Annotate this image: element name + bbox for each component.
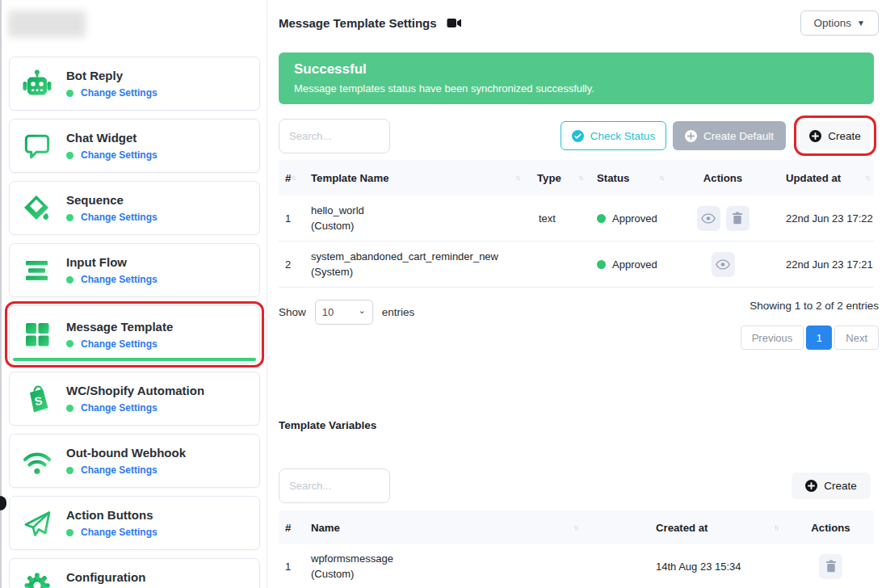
wifi-icon: [21, 445, 53, 477]
app-logo: [8, 10, 86, 37]
sidebar-item-action-buttons[interactable]: Action Buttons Change Settings: [9, 496, 260, 550]
sidebar-item-wc-shopify-automation[interactable]: S WC/Shopify Automation Change Settings: [9, 372, 260, 426]
video-tutorial-icon[interactable]: [447, 18, 462, 28]
alert-message: Message templates status have been synch…: [294, 82, 859, 94]
sidebar-item-title: Message Template: [66, 320, 173, 334]
check-circle-icon: [572, 130, 584, 142]
variable-origin: (Custom): [311, 566, 602, 582]
list-bars-icon: [21, 254, 53, 287]
change-settings-link[interactable]: Change Settings: [81, 274, 157, 285]
options-button-label: Options: [814, 17, 852, 29]
change-settings-link[interactable]: Change Settings: [81, 149, 157, 161]
delete-template-button[interactable]: [726, 206, 750, 231]
create-template-button[interactable]: Create: [800, 121, 871, 150]
sidebar-item-outbound-webhook[interactable]: Out-bound Webhook Change Settings: [9, 434, 260, 488]
create-variable-button[interactable]: Create: [792, 472, 871, 499]
gear-icon: [21, 569, 53, 588]
success-alert: Successful Message templates status have…: [279, 52, 874, 104]
status-badge: Approved: [612, 258, 657, 271]
previous-page-button[interactable]: Previous: [741, 326, 804, 350]
variables-table-header: # Name↑↓ Created at↑↓ Actions: [279, 510, 874, 544]
sort-icon[interactable]: ↑↓: [774, 523, 778, 531]
column-template-name: Template Name: [311, 172, 389, 184]
sort-icon[interactable]: ↑↓: [578, 174, 582, 182]
sort-icon[interactable]: ↑↓: [865, 174, 869, 182]
chat-bubble-icon: [21, 130, 53, 162]
page-1-button[interactable]: 1: [806, 326, 832, 350]
row-number: 1: [279, 212, 304, 225]
view-template-button[interactable]: [712, 252, 735, 277]
change-settings-link[interactable]: Change Settings: [81, 464, 157, 476]
chevron-down-icon: ▼: [857, 19, 865, 27]
table-row: 1 hello_world (Custom) text Approved 22n…: [279, 195, 874, 242]
eye-icon: [716, 259, 730, 270]
sidebar-item-title: Bot Reply: [66, 69, 157, 82]
options-button[interactable]: Options ▼: [800, 10, 879, 36]
sidebar-item-chat-widget[interactable]: Chat Widget Change Settings: [9, 119, 260, 173]
check-status-button[interactable]: Check Status: [561, 121, 666, 150]
showing-entries-text: Showing 1 to 2 of 2 entries: [750, 300, 879, 312]
sidebar-item-sequence[interactable]: Sequence Change Settings: [9, 181, 260, 235]
updated-at: 22nd Jun 23 17:21: [771, 258, 874, 271]
change-settings-link[interactable]: Change Settings: [81, 87, 157, 99]
sidebar-card-list: Bot Reply Change Settings Chat Widget Ch…: [9, 57, 260, 588]
template-variables-title: Template Variables: [279, 419, 376, 431]
sidebar-item-bot-reply[interactable]: Bot Reply Change Settings: [9, 57, 260, 111]
shopify-bag-icon: S: [21, 383, 53, 415]
sidebar-item-configuration[interactable]: Configuration Change Settings: [9, 558, 260, 588]
robot-icon: [21, 68, 53, 100]
sidebar-item-input-flow[interactable]: Input Flow Change Settings: [9, 243, 260, 297]
status-dot: [597, 260, 606, 269]
created-at: 14th Aug 23 15:34: [602, 561, 787, 573]
sort-icon[interactable]: ↑↓: [659, 174, 663, 182]
show-label: Show: [279, 306, 306, 318]
plus-circle-icon: [685, 130, 697, 142]
variable-name: wpformsmessage: [311, 551, 602, 566]
pagination: Previous 1 Next: [741, 326, 879, 350]
column-actions: Actions: [703, 172, 742, 184]
page-size-select[interactable]: 10: [315, 300, 373, 325]
trash-icon: [825, 560, 837, 573]
row-number: 2: [279, 258, 304, 271]
variables-search-input[interactable]: [279, 468, 390, 503]
template-search-input[interactable]: [279, 119, 390, 153]
column-num: #: [285, 172, 291, 184]
entries-label: entries: [382, 306, 415, 318]
sidebar-item-title: WC/Shopify Automation: [66, 384, 204, 397]
paper-plane-icon: [21, 507, 53, 540]
create-label: Create: [828, 130, 861, 142]
table-row: 1 wpformsmessage (Custom) 14th Aug 23 15…: [279, 544, 874, 588]
next-page-button[interactable]: Next: [834, 326, 879, 350]
template-name: system_abandoned_cart_reminder_new: [311, 249, 531, 264]
template-name: hello_world: [311, 203, 531, 218]
change-settings-link[interactable]: Change Settings: [81, 402, 157, 414]
page-title: Message Template Settings: [279, 16, 437, 30]
view-template-button[interactable]: [697, 206, 720, 231]
column-name: Name: [311, 522, 340, 534]
column-actions: Actions: [811, 522, 850, 534]
status-dot: [66, 405, 73, 412]
change-settings-link[interactable]: Change Settings: [81, 527, 157, 538]
trash-icon: [732, 212, 743, 225]
sidebar-item-message-template[interactable]: Message Template Change Settings: [9, 305, 260, 363]
sidebar-item-title: Action Buttons: [66, 508, 157, 522]
sort-icon[interactable]: ↑↓: [573, 523, 577, 531]
delete-variable-button[interactable]: [819, 554, 842, 579]
create-default-label: Create Default: [703, 130, 774, 142]
sort-icon[interactable]: ↑↓: [291, 174, 295, 182]
change-settings-link[interactable]: Change Settings: [81, 338, 157, 350]
table-row: 2 system_abandoned_cart_reminder_new (Sy…: [279, 242, 874, 288]
column-status: Status: [597, 172, 629, 184]
sidebar-item-title: Chat Widget: [66, 131, 157, 145]
create-default-button[interactable]: Create Default: [673, 121, 786, 150]
status-dot: [66, 276, 73, 284]
main-content: Message Template Settings Options ▼ Succ…: [279, 0, 880, 588]
templates-table-header: #↑↓ Template Name↑↓ Type↑↓ Status↑↓ Acti…: [279, 160, 874, 195]
status-dot: [66, 529, 73, 536]
paint-bucket-icon: [21, 192, 53, 225]
create-label: Create: [824, 480, 857, 492]
sort-icon[interactable]: ↑↓: [515, 174, 519, 182]
sidebar-item-title: Sequence: [66, 193, 157, 207]
status-dot: [66, 90, 73, 97]
change-settings-link[interactable]: Change Settings: [81, 212, 157, 223]
